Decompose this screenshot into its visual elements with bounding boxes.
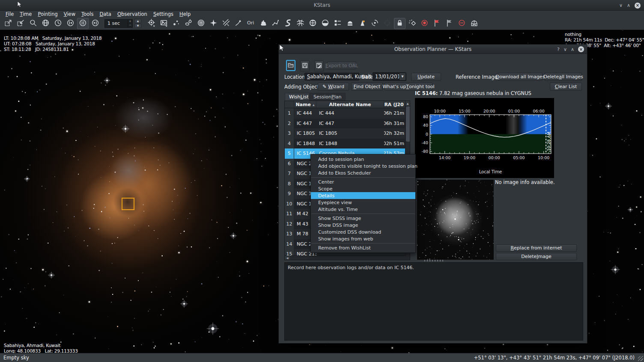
flags-button[interactable]	[332, 18, 343, 29]
table-row[interactable]: 2IC 447IC 44706h 31m	[285, 119, 410, 129]
constellation-lines-button[interactable]	[270, 18, 281, 29]
table-row[interactable]: 1IC 444IC 44406h 21m	[285, 108, 410, 119]
milky-way-button[interactable]	[282, 18, 294, 29]
whats-up-tonight-button[interactable]: What's up Tonight tool	[385, 83, 432, 91]
constellation-art-button[interactable]	[257, 18, 269, 29]
menu-pointing[interactable]: Pointing	[35, 11, 60, 18]
find-object-button[interactable]: Find Object	[351, 83, 383, 91]
timestep-stepper[interactable]: ▲▼	[134, 19, 141, 28]
save-list-button[interactable]	[300, 60, 310, 71]
set-time-button[interactable]	[52, 18, 64, 29]
context-menu-item-details[interactable]: Details	[311, 192, 415, 199]
tab-wish-list[interactable]: Wish List	[285, 93, 313, 101]
time-step-forward-button[interactable]	[89, 18, 101, 29]
splitter-handle[interactable]	[424, 260, 443, 261]
header-alternate-name[interactable]: Alternate Name	[316, 101, 384, 108]
dialog-unshade-icon[interactable]: ∧	[571, 47, 574, 52]
table-row[interactable]: 3IC 1805IC 180502h 32m	[285, 128, 410, 139]
save-list-as-button[interactable]	[314, 60, 324, 71]
no-entry-button[interactable]	[456, 18, 468, 29]
date-combo[interactable]: 13/01/2018 ▼	[373, 72, 406, 81]
download-all-images-button[interactable]: Download all Images	[498, 73, 543, 81]
dialog-help-icon[interactable]: ?	[557, 47, 560, 52]
menu-time[interactable]: Time	[17, 11, 35, 18]
scroll-up-icon[interactable]: ▲	[405, 101, 410, 106]
context-menu-item-add-objects-visible-tonight-to-session-plan[interactable]: Add objects visible tonight to session p…	[311, 163, 415, 169]
vscroll-thumb[interactable]	[406, 107, 410, 142]
scroll-left-icon[interactable]: ◀	[285, 256, 290, 260]
context-menu-item-add-to-ekos-scheduler[interactable]: Add to Ekos Scheduler	[311, 169, 415, 176]
context-menu-item-scope[interactable]: Scope	[311, 185, 415, 192]
header-ra[interactable]: RA (J20	[384, 101, 406, 108]
show-planets-button[interactable]	[195, 18, 207, 29]
dialog-shade-icon[interactable]: ∨	[564, 47, 567, 52]
minimize-icon[interactable]: ∨	[619, 3, 623, 8]
table-horizontal-scrollbar[interactable]: ◀	[285, 255, 406, 260]
gray-flag-button[interactable]	[444, 18, 455, 29]
menu-observation[interactable]: Observation	[114, 11, 150, 18]
context-menu-item-remove-from-wishlist[interactable]: Remove from WishList	[311, 244, 415, 251]
table-header[interactable]: Name▲ Alternate Name RA (J20	[285, 101, 410, 108]
center-target-button[interactable]	[382, 18, 393, 29]
replace-from-internet-button[interactable]: Replace from internet	[496, 244, 577, 252]
equatorial-grid-button[interactable]	[295, 18, 306, 29]
show-satellites-button[interactable]	[220, 18, 232, 29]
zoom-out-button[interactable]	[15, 18, 27, 29]
zoom-in-button[interactable]	[3, 18, 14, 29]
menu-help[interactable]: Help	[176, 11, 194, 18]
close-icon[interactable]: ×	[635, 3, 641, 9]
context-menu-item-show-sdss-image[interactable]: Show SDSS image	[311, 215, 415, 222]
open-list-button[interactable]	[286, 60, 295, 71]
header-name[interactable]: Name▲	[294, 101, 316, 108]
helmet-button[interactable]	[344, 18, 356, 29]
snap-button[interactable]	[406, 18, 418, 29]
chevron-down-icon[interactable]: ▼	[399, 73, 405, 80]
location-value[interactable]: Sabahiya, Ahmadi, Kuwait	[304, 73, 359, 80]
context-menu-item-eyepiece-view[interactable]: Eyepiece view	[311, 199, 415, 206]
time-step-back-button[interactable]	[65, 18, 76, 29]
context-menu-item-center[interactable]: Center	[311, 178, 415, 185]
lock-button[interactable]	[394, 18, 405, 29]
menu-file[interactable]: File	[3, 11, 17, 18]
update-button[interactable]: Update	[411, 73, 441, 81]
clear-list-button[interactable]: Clear List	[550, 83, 582, 91]
show-supernovae-button[interactable]	[208, 18, 219, 29]
record-button[interactable]	[419, 18, 430, 29]
whats-interesting-button[interactable]	[357, 18, 368, 29]
maximize-icon[interactable]: ∧	[627, 3, 630, 8]
show-comets-button[interactable]	[233, 18, 244, 29]
wizard-button[interactable]: ✎ Wizard	[318, 83, 349, 91]
table-row[interactable]: 4IC 1848IC 184802h 51m	[285, 139, 410, 149]
resize-grip-icon[interactable]	[638, 356, 643, 361]
set-location-button[interactable]	[40, 18, 51, 29]
show-stars-button[interactable]	[170, 18, 182, 29]
context-menu-item-add-to-session-plan[interactable]: Add to session plan	[311, 156, 415, 163]
find-object-button[interactable]	[27, 18, 39, 29]
show-deep-sky-button[interactable]	[183, 18, 194, 29]
timestep-spinbox[interactable]: 1 sec +−	[104, 19, 133, 28]
timestep-plus-minus[interactable]: +−	[128, 20, 132, 27]
pointing-button[interactable]	[146, 18, 157, 29]
delete-image-button[interactable]: Delete Image	[496, 253, 577, 260]
observation-notes-textarea[interactable]: Record here observation logs and/or data…	[284, 262, 583, 341]
menu-tools[interactable]: Tools	[78, 11, 96, 18]
tab-session-plan[interactable]: Session Plan	[309, 93, 346, 101]
dome-button[interactable]	[468, 18, 480, 29]
context-menu-item-show-dss-image[interactable]: Show DSS image	[311, 222, 415, 228]
context-menu-item-show-images-from-web[interactable]: Show images from web	[311, 235, 415, 242]
dialog-titlebar[interactable]: Observation Planner — KStars ? ∨ ∧ ×	[279, 45, 587, 54]
constellation-names-button[interactable]: Ori	[245, 18, 256, 29]
menu-view[interactable]: View	[61, 11, 78, 18]
context-menu-item-altitude-vs-time[interactable]: Altitude vs. Time	[311, 206, 415, 213]
dialog-close-icon[interactable]: ×	[578, 46, 584, 52]
context-menu-item-customized-dss-download[interactable]: Customized DSS download	[311, 228, 415, 235]
ground-button[interactable]	[319, 18, 331, 29]
menu-data[interactable]: Data	[96, 11, 114, 18]
galaxy-button[interactable]	[369, 18, 381, 29]
menu-settings[interactable]: Settings	[150, 11, 176, 18]
time-pause-button[interactable]	[77, 18, 89, 29]
delete-all-images-button[interactable]: Delete all Images	[545, 73, 582, 81]
views-button[interactable]	[158, 18, 170, 29]
red-flag-button[interactable]	[431, 18, 443, 29]
horizontal-grid-button[interactable]	[307, 18, 319, 29]
